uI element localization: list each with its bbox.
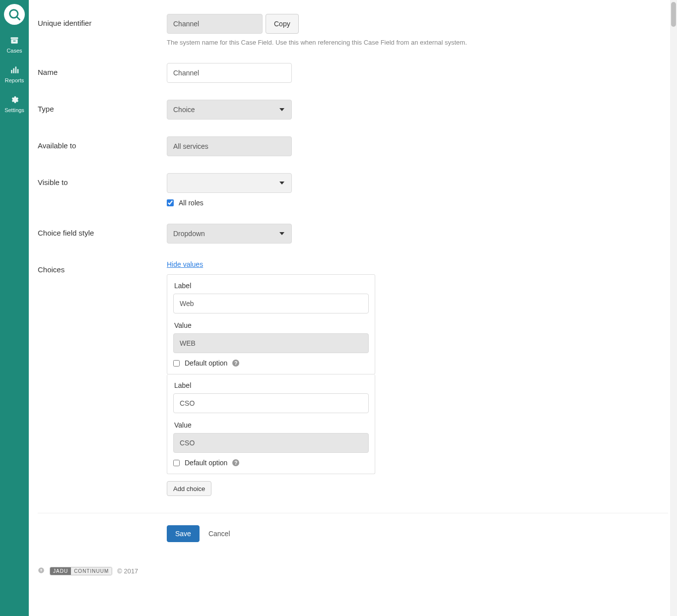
chevron-down-icon: [279, 108, 284, 111]
choice-label-heading: Label: [174, 282, 369, 290]
sidebar-item-reports[interactable]: Reports: [5, 64, 24, 83]
choice-item: Label Value WEB Default option ?: [167, 274, 375, 374]
scrollbar-thumb[interactable]: [671, 2, 676, 27]
choices-label: Choices: [38, 260, 167, 274]
choice-label-input[interactable]: [173, 393, 369, 413]
name-input[interactable]: [167, 63, 292, 83]
footer: JADU CONTINUUM © 2017: [38, 567, 668, 585]
gear-icon: [9, 94, 20, 105]
default-option-label: Default option: [185, 359, 227, 367]
help-icon[interactable]: ?: [232, 360, 239, 367]
svg-line-1: [17, 17, 20, 20]
arrow-up-icon[interactable]: [38, 567, 45, 575]
logo-icon: [7, 7, 21, 21]
choice-value-heading: Value: [174, 321, 369, 329]
chevron-down-icon: [279, 182, 284, 185]
copy-button[interactable]: Copy: [266, 14, 299, 34]
sidebar-item-settings[interactable]: Settings: [4, 94, 24, 113]
name-label: Name: [38, 63, 167, 76]
default-option-checkbox[interactable]: [173, 460, 180, 466]
sidebar-label: Cases: [6, 48, 22, 54]
svg-rect-4: [13, 41, 16, 42]
save-button[interactable]: Save: [167, 525, 200, 542]
archive-icon: [9, 35, 20, 46]
style-label: Choice field style: [38, 224, 167, 237]
unique-id-help: The system name for this Case Field. Use…: [167, 39, 467, 46]
choice-item: Label Value CSO Default option ?: [167, 374, 375, 474]
unique-id-field: Channel: [167, 14, 263, 34]
svg-rect-7: [15, 66, 17, 73]
sidebar-item-cases[interactable]: Cases: [6, 35, 22, 54]
divider: [38, 513, 668, 513]
all-roles-label: All roles: [179, 199, 203, 207]
main-content: Unique identifier Channel Copy The syste…: [29, 0, 677, 616]
copyright: © 2017: [117, 567, 138, 575]
chevron-down-icon: [279, 232, 284, 235]
brand-badge: JADU CONTINUUM: [50, 567, 112, 575]
choice-label-heading: Label: [174, 381, 369, 389]
default-option-label: Default option: [185, 459, 227, 467]
style-select[interactable]: Dropdown: [167, 224, 292, 244]
all-roles-checkbox[interactable]: [167, 199, 174, 206]
help-icon[interactable]: ?: [232, 459, 239, 466]
available-to-field: All services: [167, 136, 292, 156]
svg-rect-6: [13, 68, 15, 73]
hide-values-link[interactable]: Hide values: [167, 260, 203, 268]
sidebar-label: Settings: [4, 107, 24, 113]
visible-label: Visible to: [38, 173, 167, 186]
type-select[interactable]: Choice: [167, 100, 292, 120]
svg-rect-5: [11, 70, 12, 73]
type-label: Type: [38, 100, 167, 113]
sidebar: Cases Reports Settings: [0, 0, 29, 616]
choice-label-input[interactable]: [173, 294, 369, 313]
unique-id-label: Unique identifier: [38, 14, 167, 27]
cancel-button[interactable]: Cancel: [208, 530, 230, 538]
choice-value-field: CSO: [173, 433, 369, 453]
visible-to-select[interactable]: [167, 173, 292, 193]
svg-rect-2: [11, 37, 18, 39]
choice-value-field: WEB: [173, 333, 369, 353]
add-choice-button[interactable]: Add choice: [167, 481, 211, 496]
bar-chart-icon: [9, 64, 20, 75]
sidebar-label: Reports: [5, 77, 24, 83]
scrollbar-track[interactable]: [670, 0, 677, 616]
app-logo[interactable]: [4, 4, 25, 25]
svg-rect-8: [17, 69, 19, 73]
default-option-checkbox[interactable]: [173, 360, 180, 367]
choice-value-heading: Value: [174, 421, 369, 429]
available-label: Available to: [38, 136, 167, 150]
